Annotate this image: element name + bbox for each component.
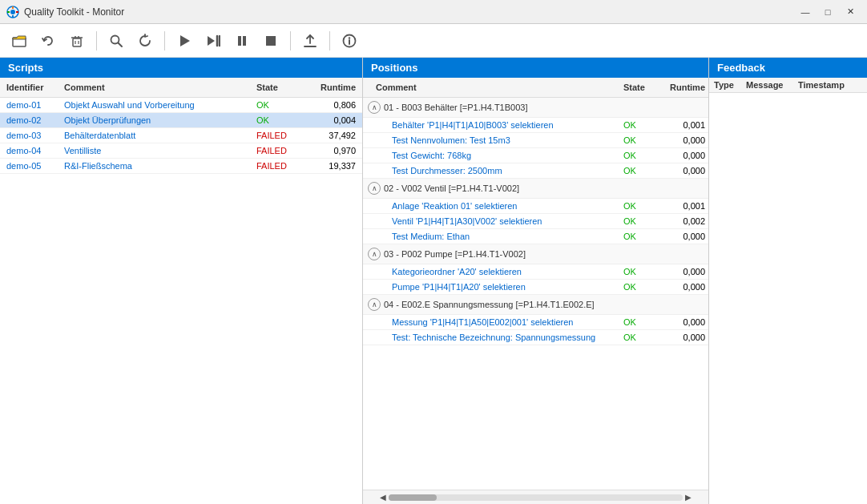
feedback-table-body xyxy=(709,93,867,504)
script-runtime-cell: 19,337 xyxy=(306,159,362,173)
positions-scrollbar[interactable]: ◀ ▶ xyxy=(363,490,708,504)
script-row[interactable]: demo-03BehälterdatenblattFAILED37,492 xyxy=(0,128,362,143)
scripts-panel-header: Scripts xyxy=(0,58,362,78)
chevron-up-icon[interactable]: ∧ xyxy=(368,101,381,114)
script-state-cell: FAILED xyxy=(250,128,306,143)
position-group-label: 03 - P002 Pumpe [=P1.H4.T1-V002] xyxy=(384,249,526,259)
svg-marker-15 xyxy=(180,35,190,46)
position-state-cell: OK xyxy=(620,330,664,345)
separator-3 xyxy=(290,31,291,50)
script-id-cell: demo-02 xyxy=(0,113,58,127)
chevron-up-icon[interactable]: ∧ xyxy=(368,182,381,195)
info-icon xyxy=(342,34,357,48)
pause-icon xyxy=(235,34,249,48)
position-runtime-cell: 0,000 xyxy=(664,315,708,329)
position-state-cell: OK xyxy=(620,280,664,294)
search-button[interactable] xyxy=(103,28,129,54)
position-row: Kategorieordner 'A20' selektierenOK0,000 xyxy=(363,264,708,280)
position-comment-cell: Test Nennvolumen: Test 15m3 xyxy=(385,133,620,147)
position-group-header[interactable]: ∧02 - V002 Ventil [=P1.H4.T1-V002] xyxy=(363,179,708,199)
titlebar-controls: — □ ✕ xyxy=(795,4,861,20)
step-button[interactable] xyxy=(200,28,226,54)
script-state-cell: FAILED xyxy=(250,143,306,158)
undo-button[interactable] xyxy=(35,28,61,54)
position-comment-cell: Test: Technische Bezeichnung: Spannungsm… xyxy=(385,330,620,345)
maximize-button[interactable]: □ xyxy=(817,4,838,20)
position-comment-cell: Messung 'P1|H4|T1|A50|E002|001' selektie… xyxy=(385,315,620,329)
svg-marker-16 xyxy=(208,36,215,46)
position-row: Ventil 'P1|H4|T1|A30|V002' selektierenOK… xyxy=(363,214,708,229)
positions-table-body: ∧01 - B003 Behälter [=P1.H4.T1B003]Behäl… xyxy=(363,98,708,490)
script-comment-cell: R&I-Fließschema xyxy=(58,159,250,173)
scroll-right-arrow[interactable]: ▶ xyxy=(683,493,694,502)
position-row: Test Gewicht: 768kgOK0,000 xyxy=(363,148,708,163)
script-runtime-cell: 0,970 xyxy=(306,143,362,158)
position-group-header[interactable]: ∧01 - B003 Behälter [=P1.H4.T1B003] xyxy=(363,98,708,118)
open-button[interactable] xyxy=(6,28,32,54)
play-button[interactable] xyxy=(171,28,197,54)
feedback-panel: Feedback Type Message Timestamp xyxy=(709,58,867,504)
position-group-header[interactable]: ∧04 - E002.E Spannungsmessung [=P1.H4.T1… xyxy=(363,295,708,315)
scrollbar-track[interactable] xyxy=(389,494,683,501)
scripts-col-runtime-header: Runtime xyxy=(306,80,362,95)
feedback-col-timestamp-header: Timestamp xyxy=(798,80,862,90)
upload-icon xyxy=(303,34,317,48)
position-group-label: 01 - B003 Behälter [=P1.H4.T1B003] xyxy=(384,103,527,112)
svg-rect-7 xyxy=(73,38,81,46)
step-icon xyxy=(206,34,220,48)
pause-button[interactable] xyxy=(229,28,255,54)
position-state-cell: OK xyxy=(620,199,664,213)
info-button[interactable] xyxy=(337,28,362,54)
script-id-cell: demo-01 xyxy=(0,98,58,112)
positions-col-comment-header: Comment xyxy=(369,80,620,95)
position-comment-cell: Test Gewicht: 768kg xyxy=(385,148,620,163)
scroll-left-arrow[interactable]: ◀ xyxy=(377,493,389,502)
script-row[interactable]: demo-01Objekt Auswahl und VorbereitungOK… xyxy=(0,98,362,113)
svg-rect-20 xyxy=(243,36,246,46)
stop-button[interactable] xyxy=(258,28,284,54)
position-runtime-cell: 0,000 xyxy=(664,264,708,279)
script-comment-cell: Objekt Auswahl und Vorbereitung xyxy=(58,98,250,112)
positions-col-runtime-header: Runtime xyxy=(664,80,708,95)
position-group-label: 02 - V002 Ventil [=P1.H4.T1-V002] xyxy=(384,183,519,193)
toolbar xyxy=(0,24,867,58)
minimize-button[interactable]: — xyxy=(795,4,816,20)
svg-rect-21 xyxy=(266,36,276,46)
position-runtime-cell: 0,002 xyxy=(664,214,708,228)
position-runtime-cell: 0,001 xyxy=(664,199,708,213)
position-row: Test Durchmesser: 2500mmOK0,000 xyxy=(363,163,708,179)
separator-4 xyxy=(329,31,330,50)
chevron-up-icon[interactable]: ∧ xyxy=(368,298,381,311)
separator-2 xyxy=(164,31,165,50)
position-comment-cell: Anlage 'Reaktion 01' selektieren xyxy=(385,199,620,213)
position-comment-cell: Pumpe 'P1|H4|T1|A20' selektieren xyxy=(385,280,620,294)
script-state-cell: FAILED xyxy=(250,159,306,173)
position-comment-cell: Test Durchmesser: 2500mm xyxy=(385,163,620,178)
positions-col-state-header: State xyxy=(620,80,664,95)
position-state-cell: OK xyxy=(620,163,664,178)
position-state-cell: OK xyxy=(620,133,664,147)
script-row[interactable]: demo-05R&I-FließschemaFAILED19,337 xyxy=(0,159,362,174)
scrollbar-thumb[interactable] xyxy=(389,494,437,501)
feedback-col-message-header: Message xyxy=(746,80,798,90)
chevron-up-icon[interactable]: ∧ xyxy=(368,248,381,260)
position-group-label: 04 - E002.E Spannungsmessung [=P1.H4.T1.… xyxy=(384,300,595,309)
position-row: Test Medium: EthanOK0,000 xyxy=(363,229,708,244)
script-row[interactable]: demo-04VentillisteFAILED0,970 xyxy=(0,143,362,159)
upload-button[interactable] xyxy=(297,28,323,54)
refresh-button[interactable] xyxy=(132,28,158,54)
folder-icon xyxy=(12,34,26,48)
position-runtime-cell: 0,000 xyxy=(664,330,708,345)
positions-panel-header: Positions xyxy=(363,58,708,78)
position-comment-cell: Kategorieordner 'A20' selektieren xyxy=(385,264,620,279)
close-button[interactable]: ✕ xyxy=(840,4,861,20)
script-row[interactable]: demo-02Objekt ÜberprüfungenOK0,004 xyxy=(0,113,362,128)
position-state-cell: OK xyxy=(620,315,664,329)
undo-icon xyxy=(41,34,55,48)
position-runtime-cell: 0,000 xyxy=(664,133,708,147)
delete-button[interactable] xyxy=(64,28,90,54)
position-group-header[interactable]: ∧03 - P002 Pumpe [=P1.H4.T1-V002] xyxy=(363,244,708,264)
scripts-panel: Scripts Identifier Comment State Runtime… xyxy=(0,58,363,504)
position-state-cell: OK xyxy=(620,264,664,279)
svg-line-14 xyxy=(119,42,123,46)
